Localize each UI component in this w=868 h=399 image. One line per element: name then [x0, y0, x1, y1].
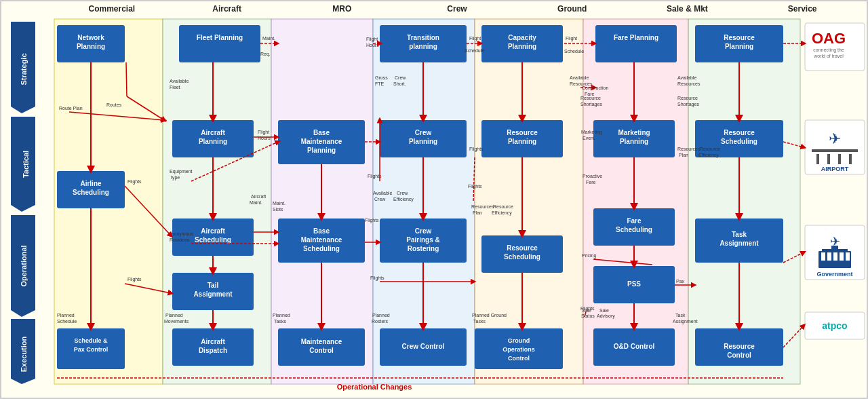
svg-text:Flights: Flights [127, 277, 142, 282]
svg-text:Transition: Transition [407, 34, 439, 41]
svg-text:Planning: Planning [508, 43, 536, 50]
svg-text:Pax: Pax [676, 279, 685, 284]
svg-text:Dispatch: Dispatch [199, 347, 227, 354]
svg-text:Ground: Ground [508, 337, 530, 344]
svg-text:Control: Control [727, 352, 751, 359]
svg-line-103 [126, 62, 127, 96]
svg-text:Government: Government [816, 271, 852, 278]
svg-text:Pricing: Pricing [582, 253, 597, 259]
svg-text:Schedule &: Schedule & [74, 337, 108, 344]
svg-rect-238 [821, 252, 825, 261]
svg-text:Proactive: Proactive [583, 174, 602, 178]
svg-text:Planning: Planning [77, 43, 105, 50]
svg-text:Status: Status [581, 314, 595, 318]
svg-text:Base: Base [313, 129, 330, 136]
svg-text:Event: Event [583, 136, 595, 140]
svg-text:Assignment: Assignment [719, 240, 759, 247]
svg-rect-240 [833, 252, 837, 261]
svg-text:Execution: Execution [20, 336, 28, 372]
svg-text:Rostering: Rostering [408, 245, 439, 252]
svg-rect-230 [838, 154, 841, 164]
svg-text:Hours: Hours [258, 136, 271, 140]
svg-text:Control: Control [508, 355, 530, 362]
svg-text:Sale: Sale [582, 308, 591, 313]
svg-text:Planned: Planned [372, 313, 390, 318]
svg-text:Marketing: Marketing [618, 129, 650, 136]
svg-text:Resource: Resource [700, 147, 720, 151]
svg-text:atpco: atpco [822, 320, 847, 331]
svg-text:Schedule: Schedule [465, 48, 484, 53]
svg-text:Aircraft: Aircraft [201, 338, 225, 345]
svg-text:Maintenance: Maintenance [301, 236, 342, 244]
svg-text:Task: Task [675, 313, 686, 318]
svg-text:Capacity: Capacity [508, 34, 536, 41]
svg-text:Tail: Tail [208, 282, 219, 289]
svg-text:Slots: Slots [273, 207, 283, 212]
svg-text:Fare: Fare [586, 180, 596, 185]
svg-text:Resources: Resources [471, 204, 494, 209]
svg-text:Scheduling: Scheduling [73, 189, 109, 196]
svg-text:Resource: Resource [724, 34, 755, 41]
svg-text:Scheduling: Scheduling [616, 226, 652, 233]
svg-text:Schedule: Schedule [564, 49, 584, 54]
svg-text:Marketing: Marketing [581, 130, 602, 135]
svg-text:Planning: Planning [409, 138, 437, 145]
svg-text:Resources: Resources [677, 81, 701, 86]
svg-rect-18 [179, 25, 260, 62]
svg-text:Routes: Routes [106, 102, 122, 107]
svg-text:Planning: Planning [508, 138, 536, 145]
svg-text:Fare: Fare [627, 217, 642, 225]
svg-text:Assignment: Assignment [673, 319, 698, 324]
svg-text:Short.: Short. [393, 81, 406, 86]
svg-text:planning: planning [409, 43, 437, 50]
svg-text:Available: Available [570, 75, 589, 80]
svg-text:✈: ✈ [829, 130, 841, 147]
svg-rect-227 [812, 149, 858, 152]
svg-text:Planned: Planned [57, 313, 75, 318]
svg-text:Gross: Gross [375, 75, 388, 80]
svg-text:Tasks: Tasks [274, 319, 286, 324]
svg-text:Flight: Flight [469, 36, 481, 41]
svg-text:Resources: Resources [677, 147, 701, 151]
svg-rect-228 [816, 154, 819, 164]
svg-text:Anonymous: Anonymous [168, 231, 193, 237]
svg-text:FTE: FTE [375, 81, 384, 86]
svg-text:Strategic: Strategic [20, 53, 28, 85]
svg-text:Scheduling: Scheduling [504, 253, 540, 261]
svg-text:Crew: Crew [395, 75, 406, 80]
svg-text:Efficiency: Efficiency [698, 153, 719, 158]
svg-text:Flight: Flight [258, 130, 269, 135]
svg-text:Fleet: Fleet [170, 85, 180, 90]
svg-text:Flight: Flight [366, 37, 378, 42]
svg-text:Rosters: Rosters [372, 319, 389, 324]
svg-text:Pairings &: Pairings & [406, 236, 439, 244]
svg-text:Operational: Operational [20, 245, 28, 286]
svg-text:Crew: Crew [397, 191, 408, 195]
svg-rect-237 [831, 246, 838, 251]
svg-rect-26 [595, 25, 677, 62]
svg-text:Aircraft: Aircraft [251, 194, 266, 199]
svg-rect-239 [827, 252, 831, 261]
svg-text:Flights: Flights [370, 276, 384, 281]
svg-text:Resource: Resource [493, 204, 513, 209]
svg-text:Operations: Operations [502, 346, 535, 353]
svg-text:Aircraft: Aircraft [201, 227, 225, 235]
svg-text:Plan: Plan [473, 210, 482, 215]
svg-text:Task: Task [732, 231, 747, 238]
svg-text:Planning: Planning [620, 138, 648, 145]
svg-text:Schedule: Schedule [57, 319, 77, 324]
main-container: Commercial Aircraft MRO Crew Ground Sale… [0, 0, 868, 399]
svg-rect-231 [849, 154, 852, 164]
svg-text:world of travel: world of travel [813, 54, 844, 58]
svg-text:Resource: Resource [580, 96, 601, 100]
svg-text:O&D Control: O&D Control [614, 343, 655, 350]
svg-text:Aircraft: Aircraft [201, 129, 225, 136]
svg-text:Planned: Planned [165, 313, 183, 318]
svg-text:Rotations: Rotations [170, 238, 190, 242]
svg-text:connecting the: connecting the [813, 48, 844, 53]
svg-text:Flight: Flight [566, 36, 577, 41]
svg-text:Equipment: Equipment [170, 169, 193, 174]
svg-text:Crew Control: Crew Control [402, 343, 445, 350]
svg-text:Fare Planning: Fare Planning [614, 34, 658, 41]
svg-text:Shortages: Shortages [677, 102, 699, 107]
